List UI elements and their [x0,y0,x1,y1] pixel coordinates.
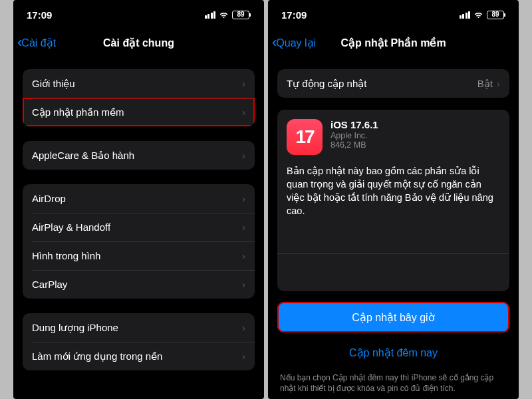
chevron-right-icon: › [242,150,245,161]
back-label: Cài đặt [21,37,56,49]
cell-label: Làm mới ứng dụng trong nền [32,350,162,362]
status-time: 17:09 [27,9,52,21]
phone-left: 17:09 89 ‹Cài đặt Cài đặt chung Giới thi… [13,0,264,399]
cell-label: CarPlay [32,279,67,290]
cell-label: AppleCare & Bảo hành [32,150,134,162]
wifi-icon [473,11,483,19]
cell-bgapp[interactable]: Làm mới ứng dụng trong nền › [23,342,255,370]
update-now-button[interactable]: Cập nhật bây giờ [277,302,509,332]
cell-applecare[interactable]: AppleCare & Bảo hành › [23,141,255,170]
cell-label: Giới thiệu [32,78,75,90]
content: Tự động cập nhật Bật › 17 iOS 17.6.1 App… [268,56,519,394]
nav-header: ‹Cài đặt Cài đặt chung [13,29,264,56]
signal-icon [460,11,471,19]
phone-right: 17:09 89 ‹Quay lại Cập nhật Phần mềm Tự … [268,0,519,399]
cell-storage[interactable]: Dung lượng iPhone › [23,313,255,342]
cell-about[interactable]: Giới thiệu › [23,69,255,98]
group-auto: Tự động cập nhật Bật › [277,69,509,98]
cell-label: AirDrop [32,193,66,204]
update-header: 17 iOS 17.6.1 Apple Inc. 846,2 MB [287,119,500,155]
signal-icon [205,11,216,19]
back-button[interactable]: ‹Cài đặt [17,35,56,50]
group-storage: Dung lượng iPhone › Làm mới ứng dụng tro… [23,313,255,370]
cell-label: Cập nhật phần mềm [32,106,124,118]
back-button[interactable]: ‹Quay lại [272,35,316,50]
cell-software-update[interactable]: Cập nhật phần mềm › [23,98,255,126]
battery-icon: 89 [232,11,251,19]
status-bar: 17:09 89 [13,0,264,29]
content: Giới thiệu › Cập nhật phần mềm › AppleCa… [13,56,264,370]
cell-label: Dung lượng iPhone [32,322,118,334]
update-card: 17 iOS 17.6.1 Apple Inc. 846,2 MB Bản cậ… [277,110,509,291]
cell-airplay[interactable]: AirPlay & Handoff › [23,213,255,241]
chevron-right-icon: › [242,322,245,333]
group-applecare: AppleCare & Bảo hành › [23,141,255,170]
cell-label: AirPlay & Handoff [32,221,110,233]
back-label: Quay lại [276,37,316,49]
update-size: 846,2 MB [331,140,378,150]
ios-icon: 17 [287,119,323,155]
chevron-right-icon: › [242,350,245,362]
chevron-right-icon: › [242,193,245,204]
chevron-right-icon: › [242,221,245,233]
chevron-right-icon: › [242,250,245,261]
cell-value: Bật [477,78,493,90]
status-time: 17:09 [281,9,307,21]
button-label: Cập nhật đêm nay [349,346,438,359]
chevron-right-icon: › [242,279,245,290]
update-name: iOS 17.6.1 [331,119,378,130]
cell-label: Tự động cập nhật [287,78,366,90]
footnote: Nếu bạn chọn Cập nhật đêm nay thì iPhone… [277,372,509,394]
group-general: Giới thiệu › Cập nhật phần mềm › [23,69,255,126]
chevron-right-icon: › [242,106,245,118]
status-bar: 17:09 89 [268,0,519,29]
cell-label: Hình trong hình [32,250,100,261]
chevron-right-icon: › [242,78,245,89]
battery-icon: 89 [487,11,505,19]
cell-carplay[interactable]: CarPlay › [23,270,255,299]
button-label: Cập nhật bây giờ [352,311,434,324]
update-tonight-button[interactable]: Cập nhật đêm nay [277,339,509,366]
update-vendor: Apple Inc. [331,131,378,140]
status-indicators: 89 [460,11,506,19]
chevron-right-icon: › [497,78,500,89]
learn-more-row[interactable] [287,254,500,282]
group-connectivity: AirDrop › AirPlay & Handoff › Hình trong… [23,184,255,299]
status-indicators: 89 [205,11,251,19]
cell-airdrop[interactable]: AirDrop › [23,184,255,213]
cell-auto-update[interactable]: Tự động cập nhật Bật › [277,69,509,98]
cell-pip[interactable]: Hình trong hình › [23,241,255,270]
wifi-icon [219,11,229,19]
nav-header: ‹Quay lại Cập nhật Phần mềm [268,29,519,56]
update-description: Bản cập nhật này bao gồm các phần sửa lỗ… [287,164,500,217]
